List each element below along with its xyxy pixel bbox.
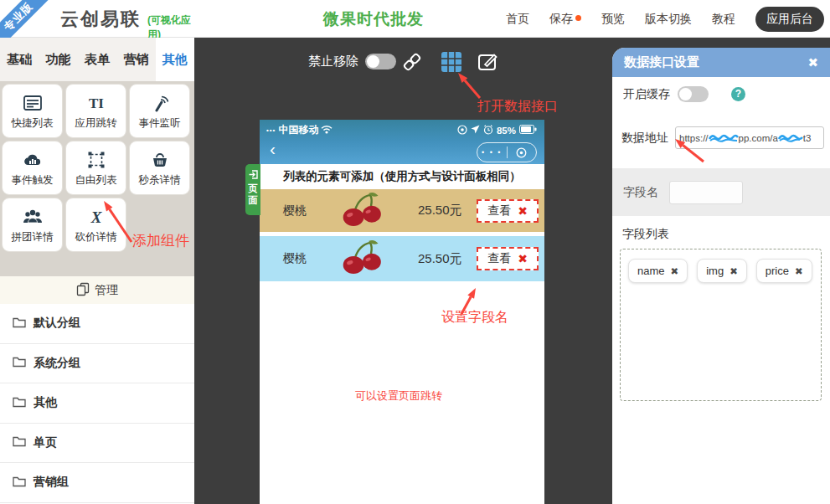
back-chevron-icon[interactable]: ‹ (270, 140, 276, 157)
component-event-listen[interactable]: 事件监听 (129, 84, 190, 138)
component-seckill-detail[interactable]: 秒杀详情 (129, 141, 190, 195)
close-icon[interactable]: ✖ (807, 55, 818, 70)
remove-x-icon[interactable]: ✖ (518, 252, 528, 265)
item-price: 25.50元 (418, 251, 462, 267)
remove-tag-icon[interactable]: ✖ (795, 265, 803, 277)
group-marketing[interactable]: 营销组 (0, 463, 194, 503)
panel-header: 数据接口设置 ✖ (612, 48, 830, 77)
svg-text:X: X (90, 208, 102, 225)
manage-label: 管理 (95, 283, 118, 298)
brand-logo: 云创易联 (60, 7, 141, 32)
tab-marketing[interactable]: 营销 (116, 38, 155, 81)
data-table-icon[interactable] (441, 51, 462, 76)
scribble-redaction (709, 132, 739, 144)
view-button[interactable]: 查看 ✖ (477, 199, 539, 223)
field-list-label: 字段列表 (622, 227, 830, 242)
remove-x-icon[interactable]: ✖ (518, 204, 528, 218)
miniprogram-capsule[interactable]: • • • (477, 142, 537, 162)
nav-preview-link[interactable]: 预览 (601, 12, 625, 27)
item-name: 樱桃 (283, 251, 307, 266)
component-app-jump[interactable]: TI 应用跳转 (65, 84, 126, 138)
event-trigger-icon (23, 149, 43, 171)
component-label: 快捷列表 (12, 116, 54, 131)
field-tag-label: price (766, 265, 789, 277)
cache-toggle[interactable] (678, 86, 709, 102)
app-backend-button[interactable]: 应用后台 (755, 7, 824, 32)
component-label: 应用跳转 (75, 116, 117, 131)
tab-other[interactable]: 其他 (156, 38, 194, 81)
data-url-input[interactable]: https:// pp.com/a t3 (675, 126, 824, 149)
field-tag-price[interactable]: price ✖ (756, 259, 812, 283)
field-tag-name[interactable]: name ✖ (628, 259, 688, 283)
app-jump-icon: TI (86, 92, 106, 114)
page-panel-tab[interactable]: 页 面 (245, 164, 260, 215)
capsule-close-icon[interactable] (508, 147, 537, 158)
manage-button[interactable]: 管理 (0, 276, 194, 304)
battery-icon (519, 125, 537, 136)
toggle-knob (367, 55, 379, 68)
view-button-label: 查看 (487, 203, 511, 219)
cherry-image (338, 191, 386, 231)
capsule-menu-icon[interactable]: • • • (477, 143, 507, 162)
field-tag-img[interactable]: img ✖ (697, 259, 747, 283)
component-quick-list[interactable]: 快捷列表 (2, 84, 63, 138)
component-label: 拼团详情 (12, 230, 54, 244)
sidebar-tabbar: 基础 功能 表单 营销 其他 (0, 38, 194, 81)
view-button[interactable]: 查看 ✖ (477, 247, 539, 270)
remove-tag-icon[interactable]: ✖ (729, 265, 738, 277)
event-listen-icon (150, 92, 170, 114)
field-name-input[interactable] (669, 181, 743, 204)
field-name-label: 字段名 (623, 185, 658, 200)
link-icon[interactable] (401, 51, 423, 76)
field-list-dropzone[interactable]: name ✖ img ✖ price ✖ (620, 249, 822, 401)
component-free-list[interactable]: 自由列表 (65, 141, 126, 195)
phone-status-bar: ••• 中国移动 85% (260, 120, 544, 137)
annotation-set-field-name: 设置字段名 (441, 309, 508, 327)
tab-function[interactable]: 功能 (39, 38, 77, 81)
battery-percent-label: 85% (497, 126, 516, 136)
component-event-trigger[interactable]: 事件触发 (2, 141, 63, 195)
nav-version-switch-link[interactable]: 版本切换 (645, 12, 692, 27)
group-default[interactable]: 默认分组 (0, 304, 194, 344)
url-prefix: https:// (679, 133, 709, 143)
group-list: 默认分组 系统分组 其他 单页 营销组 (0, 304, 194, 504)
component-label: 自由列表 (75, 173, 117, 188)
forbid-remove-label: 禁止移除 (308, 54, 358, 69)
item-price: 25.50元 (418, 203, 462, 219)
nav-tutorial-link[interactable]: 教程 (712, 12, 735, 27)
help-icon[interactable]: ? (731, 87, 745, 101)
nav-save-link[interactable]: 保存 (549, 12, 581, 27)
page-tab-label: 页 (248, 183, 258, 194)
tab-basic[interactable]: 基础 (0, 38, 39, 81)
group-other[interactable]: 其他 (0, 383, 194, 424)
field-tag-label: img (706, 265, 724, 277)
list-item-row[interactable]: 樱桃 25.50元 查看 ✖ (260, 236, 544, 281)
url-suffix: t3 (803, 133, 812, 143)
nav-home-link[interactable]: 首页 (506, 12, 529, 27)
pro-version-ribbon: 专业版 (0, 0, 60, 38)
forbid-remove-toggle[interactable] (365, 54, 396, 69)
folder-icon (13, 356, 26, 370)
folder-icon (13, 435, 26, 450)
phone-header: ••• 中国移动 85% ‹ • • • (260, 120, 544, 164)
view-button-label: 查看 (487, 251, 511, 266)
cache-row: 开启缓存 ? (623, 86, 830, 102)
groupbuy-icon (22, 206, 44, 228)
free-list-icon (86, 149, 106, 171)
toggle-knob (679, 88, 692, 100)
folder-icon (13, 316, 26, 331)
tab-form[interactable]: 表单 (78, 38, 116, 81)
edit-icon[interactable] (477, 51, 498, 76)
list-item-row[interactable]: 樱桃 25.50元 查看 ✖ (260, 189, 544, 232)
group-label: 单页 (34, 435, 57, 450)
group-system[interactable]: 系统分组 (0, 344, 194, 384)
field-name-row: 字段名 (612, 168, 830, 216)
remove-tag-icon[interactable]: ✖ (671, 265, 679, 277)
component-groupbuy-detail[interactable]: 拼团详情 (2, 198, 63, 252)
scribble-redaction (778, 132, 803, 144)
group-single-page[interactable]: 单页 (0, 424, 194, 464)
seckill-icon (150, 149, 170, 171)
component-bargain-detail[interactable]: X 砍价详情 (65, 198, 126, 252)
copy-icon (76, 282, 90, 299)
annotation-add-component: 添加组件 (132, 231, 189, 250)
